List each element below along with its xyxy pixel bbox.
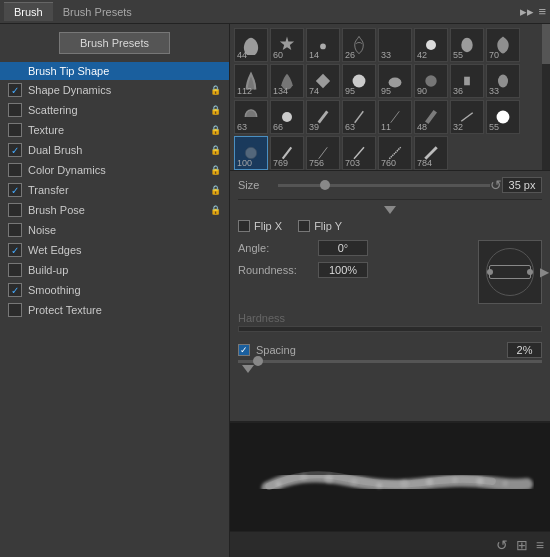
flip-y-option[interactable]: Flip Y xyxy=(298,220,342,232)
brush-item-smoothing[interactable]: Smoothing xyxy=(0,280,229,300)
reset-icon[interactable]: ↺ xyxy=(490,177,502,193)
flip-x-option[interactable]: Flip X xyxy=(238,220,282,232)
svg-point-21 xyxy=(276,481,282,487)
brush-thumb-36[interactable]: 36 xyxy=(450,64,484,98)
spacing-checkbox[interactable]: ✓ xyxy=(238,344,250,356)
brush-item-transfer[interactable]: Transfer🔒 xyxy=(0,180,229,200)
compass-dot-right xyxy=(527,269,533,275)
roundness-label: Roundness: xyxy=(238,264,318,276)
brush-thumb-134[interactable]: 134 xyxy=(270,64,304,98)
brush-thumb-100[interactable]: 100 xyxy=(234,136,268,170)
brush-item-check[interactable] xyxy=(8,143,22,157)
brush-thumb-num: 74 xyxy=(309,86,319,96)
brush-thumb-11[interactable]: 11 xyxy=(378,100,412,134)
flip-x-checkbox[interactable] xyxy=(238,220,250,232)
tab-brush-presets[interactable]: Brush Presets xyxy=(53,3,142,21)
brush-thumb-num: 95 xyxy=(381,86,391,96)
spacing-triangle xyxy=(238,363,542,375)
brush-thumb-63[interactable]: 63 xyxy=(342,100,376,134)
brush-thumb-num: 784 xyxy=(417,158,432,168)
spacing-slider-track[interactable] xyxy=(238,360,542,363)
brush-item-build-up[interactable]: Build-up xyxy=(0,260,229,280)
bottom-icon-3[interactable]: ≡ xyxy=(536,537,544,553)
brush-thumb-90[interactable]: 90 xyxy=(414,64,448,98)
spacing-value[interactable]: 2% xyxy=(507,342,542,358)
angle-value[interactable]: 0° xyxy=(318,240,368,256)
brush-item-check[interactable] xyxy=(8,263,22,277)
brush-item-check[interactable] xyxy=(8,243,22,257)
brush-item-check[interactable] xyxy=(8,223,22,237)
brush-thumb-112[interactable]: 112 xyxy=(234,64,268,98)
brush-item-check[interactable] xyxy=(8,83,22,97)
brush-thumb-74[interactable]: 74 xyxy=(306,64,340,98)
brush-item-color-dynamics[interactable]: Color Dynamics🔒 xyxy=(0,160,229,180)
brush-item-label: Smoothing xyxy=(28,284,221,296)
brush-thumb-63[interactable]: 63 xyxy=(234,100,268,134)
brush-item-texture[interactable]: Texture🔒 xyxy=(0,120,229,140)
compass[interactable]: ▶ xyxy=(478,240,542,304)
brush-presets-button[interactable]: Brush Presets xyxy=(59,32,170,54)
brush-thumb-33[interactable]: 33 xyxy=(486,64,520,98)
panel-arrow-icon[interactable]: ▸▸ xyxy=(520,4,534,19)
flip-y-checkbox[interactable] xyxy=(298,220,310,232)
brush-item-brush-tip-shape[interactable]: Brush Tip Shape xyxy=(0,62,229,80)
brush-item-check[interactable] xyxy=(8,303,22,317)
bottom-icon-1[interactable]: ↺ xyxy=(496,537,508,553)
brush-item-check[interactable] xyxy=(8,203,22,217)
size-slider-thumb[interactable] xyxy=(320,180,330,190)
brush-thumb-95[interactable]: 95 xyxy=(342,64,376,98)
brush-item-noise[interactable]: Noise xyxy=(0,220,229,240)
brush-thumb-num: 760 xyxy=(381,158,396,168)
hardness-bar[interactable] xyxy=(238,326,542,332)
brush-thumb-32[interactable]: 32 xyxy=(450,100,484,134)
size-slider[interactable] xyxy=(278,184,490,187)
brush-thumb-num: 11 xyxy=(381,122,391,132)
brush-thumb-39[interactable]: 39 xyxy=(306,100,340,134)
brush-thumb-48[interactable]: 48 xyxy=(414,100,448,134)
brush-item-check[interactable] xyxy=(8,103,22,117)
right-panel: 4460142633425570112134749595903633636639… xyxy=(230,24,550,557)
roundness-value[interactable]: 100% xyxy=(318,262,368,278)
brush-item-scattering[interactable]: Scattering🔒 xyxy=(0,100,229,120)
brush-thumb-55[interactable]: 55 xyxy=(486,100,520,134)
brush-item-check[interactable] xyxy=(8,163,22,177)
brush-item-label: Build-up xyxy=(28,264,221,276)
brush-item-check[interactable] xyxy=(8,123,22,137)
brush-thumb-26[interactable]: 26 xyxy=(342,28,376,62)
brush-thumb-num: 39 xyxy=(309,122,319,132)
brush-thumb-703[interactable]: 703 xyxy=(342,136,376,170)
brush-item-protect-texture[interactable]: Protect Texture xyxy=(0,300,229,320)
ar-fields: Angle: 0° Roundness: 100% xyxy=(238,240,470,304)
brush-thumb-num: 55 xyxy=(489,122,499,132)
brush-thumb-66[interactable]: 66 xyxy=(270,100,304,134)
svg-point-8 xyxy=(282,112,292,122)
brush-item-check[interactable] xyxy=(8,283,22,297)
brush-thumb-769[interactable]: 769 xyxy=(270,136,304,170)
brush-thumb-756[interactable]: 756 xyxy=(306,136,340,170)
size-value[interactable]: 35 px xyxy=(502,177,542,193)
compass-handle[interactable] xyxy=(489,265,531,279)
bottom-icon-2[interactable]: ⊞ xyxy=(516,537,528,553)
brush-thumb-33[interactable]: 33 xyxy=(378,28,412,62)
lock-icon: 🔒 xyxy=(210,125,221,135)
brush-thumb-55[interactable]: 55 xyxy=(450,28,484,62)
brush-stroke-svg xyxy=(246,442,534,512)
brush-item-brush-pose[interactable]: Brush Pose🔒 xyxy=(0,200,229,220)
brush-thumb-44[interactable]: 44 xyxy=(234,28,268,62)
brush-thumb-42[interactable]: 42 xyxy=(414,28,448,62)
size-slider-track[interactable] xyxy=(278,184,490,187)
brush-thumb-70[interactable]: 70 xyxy=(486,28,520,62)
brush-item-wet-edges[interactable]: Wet Edges xyxy=(0,240,229,260)
brush-thumb-60[interactable]: 60 xyxy=(270,28,304,62)
brush-item-dual-brush[interactable]: Dual Brush🔒 xyxy=(0,140,229,160)
brush-item-shape-dynamics[interactable]: Shape Dynamics🔒 xyxy=(0,80,229,100)
brush-thumb-95[interactable]: 95 xyxy=(378,64,412,98)
svg-point-1 xyxy=(389,39,400,50)
brush-thumb-784[interactable]: 784 xyxy=(414,136,448,170)
brush-item-label: Protect Texture xyxy=(28,304,221,316)
panel-menu-icon[interactable]: ≡ xyxy=(538,4,546,19)
tab-brush[interactable]: Brush xyxy=(4,2,53,21)
brush-thumb-14[interactable]: 14 xyxy=(306,28,340,62)
brush-item-check[interactable] xyxy=(8,183,22,197)
brush-thumb-760[interactable]: 760 xyxy=(378,136,412,170)
